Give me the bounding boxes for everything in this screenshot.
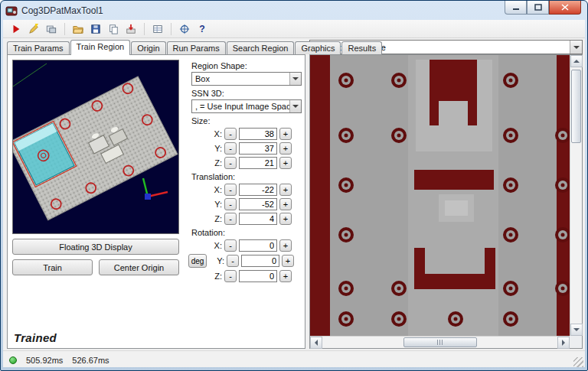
translation-z-plus-button[interactable]: + xyxy=(279,213,292,225)
size-y-input[interactable] xyxy=(239,142,277,155)
rotation-label: Rotation: xyxy=(191,228,305,237)
scroll-up-button[interactable] xyxy=(570,55,583,67)
scroll-down-button[interactable] xyxy=(570,324,583,336)
axis-z-label: Z: xyxy=(211,158,222,168)
tabstrip: Train Params Train Region Origin Run Par… xyxy=(7,40,383,54)
size-x-minus-button[interactable]: - xyxy=(224,128,237,140)
scroll-right-button[interactable] xyxy=(557,337,570,349)
axis-z-label: Z: xyxy=(211,272,222,281)
results-table-icon[interactable] xyxy=(151,22,165,36)
size-z-input[interactable] xyxy=(239,157,277,169)
axis-x-label: X: xyxy=(211,129,222,138)
axis-z-label: Z: xyxy=(211,214,222,223)
close-button[interactable] xyxy=(549,1,581,15)
minimize-icon xyxy=(512,4,520,11)
resize-grip[interactable] xyxy=(573,357,583,367)
input-image-graphic xyxy=(310,55,570,336)
3d-display-view[interactable] xyxy=(12,60,179,234)
rotation-z-minus-button[interactable]: - xyxy=(224,270,237,282)
rotation-y-input[interactable] xyxy=(241,255,279,267)
translation-x-minus-button[interactable]: - xyxy=(224,184,237,196)
translation-y-input[interactable] xyxy=(239,198,277,210)
floating-3d-display-button[interactable]: Floating 3D Display xyxy=(12,239,179,255)
scrollbar-corner xyxy=(570,336,582,348)
tab-origin[interactable]: Origin xyxy=(131,41,165,54)
rotation-y-minus-button[interactable]: - xyxy=(227,255,239,267)
chevron-down-icon[interactable] xyxy=(570,41,582,54)
region-shape-combobox[interactable]: Box xyxy=(191,72,302,86)
translation-z-minus-button[interactable]: - xyxy=(224,213,237,225)
window-controls xyxy=(505,1,581,15)
copy-icon[interactable] xyxy=(106,22,120,36)
scroll-left-button[interactable] xyxy=(310,337,322,349)
maximize-icon xyxy=(534,4,542,11)
tool-edit-icon[interactable] xyxy=(44,22,58,36)
translation-z-input[interactable] xyxy=(239,213,277,225)
tab-results[interactable]: Results xyxy=(341,41,382,54)
run-icon[interactable] xyxy=(9,22,23,36)
horizontal-scrollbar-thumb[interactable] xyxy=(403,337,477,347)
app-window: Cog3DPatMaxTool1 xyxy=(0,0,588,371)
tab-train-region[interactable]: Train Region xyxy=(70,40,131,55)
status-time-2: 526.67ms xyxy=(72,356,109,365)
train-region-page: Floating 3D Display Train Center Origin … xyxy=(7,54,305,349)
rotation-x-minus-button[interactable]: - xyxy=(224,239,237,252)
size-x-plus-button[interactable]: + xyxy=(279,128,292,140)
import-icon[interactable] xyxy=(124,22,138,36)
horizontal-scrollbar[interactable] xyxy=(310,336,570,348)
trained-status-text: Trained xyxy=(14,331,57,344)
ssn3d-combobox[interactable]: , = Use Input Image Space xyxy=(191,99,302,113)
axis-y-label: Y: xyxy=(211,200,222,209)
rotation-z-input[interactable] xyxy=(239,270,277,282)
translation-y-row: Y: - + xyxy=(185,198,305,210)
train-icon[interactable] xyxy=(27,22,41,36)
rotation-z-plus-button[interactable]: + xyxy=(279,270,292,282)
rotation-y-row: deg Y: - + xyxy=(185,254,305,268)
help-icon[interactable]: ? xyxy=(195,22,209,36)
rotation-z-row: Z: - + xyxy=(185,270,305,282)
rotation-x-input[interactable] xyxy=(239,239,277,252)
axis-x-label: X: xyxy=(211,241,222,250)
maximize-button[interactable] xyxy=(527,1,549,15)
chevron-down-icon[interactable] xyxy=(289,73,301,85)
train-button[interactable]: Train xyxy=(12,259,93,275)
toolbar-separator xyxy=(144,23,145,35)
size-z-plus-button[interactable]: + xyxy=(279,157,292,169)
tab-graphics[interactable]: Graphics xyxy=(295,41,341,54)
translation-x-row: X: - + xyxy=(185,184,305,196)
center-origin-button[interactable]: Center Origin xyxy=(99,259,179,275)
tab-run-params[interactable]: Run Params xyxy=(167,41,226,54)
3d-scene-graphic xyxy=(13,60,178,233)
translation-y-minus-button[interactable]: - xyxy=(224,198,237,210)
status-bar: 505.92ms 526.67ms xyxy=(3,350,585,367)
size-x-input[interactable] xyxy=(239,128,277,140)
input-image-view[interactable] xyxy=(309,54,583,349)
axis-x-label: X: xyxy=(211,185,222,194)
size-y-row: Y: - + xyxy=(185,142,305,155)
translation-x-plus-button[interactable]: + xyxy=(279,184,292,196)
minimize-button[interactable] xyxy=(505,1,527,15)
size-z-minus-button[interactable]: - xyxy=(224,157,237,169)
size-y-plus-button[interactable]: + xyxy=(279,142,292,155)
deg-toggle-button[interactable]: deg xyxy=(188,254,207,268)
tab-train-params[interactable]: Train Params xyxy=(7,41,70,54)
region-shape-value: Box xyxy=(195,74,210,83)
region-form: Region Shape: Box SSN 3D: , = Use Input … xyxy=(185,58,305,285)
translation-x-input[interactable] xyxy=(239,184,277,196)
open-icon[interactable] xyxy=(71,22,85,36)
rotation-x-plus-button[interactable]: + xyxy=(279,239,292,252)
thumb-grip-icon xyxy=(437,340,444,345)
save-icon[interactable] xyxy=(89,22,103,36)
position-tool-icon[interactable] xyxy=(178,22,191,36)
rotation-y-plus-button[interactable]: + xyxy=(282,255,294,267)
vertical-scrollbar[interactable] xyxy=(570,55,582,336)
ssn3d-label: SSN 3D: xyxy=(191,89,305,98)
ssn3d-value: , = Use Input Image Space xyxy=(195,102,296,111)
region-shape-label: Region Shape: xyxy=(191,61,305,70)
size-y-minus-button[interactable]: - xyxy=(224,142,237,155)
vertical-scrollbar-thumb[interactable] xyxy=(571,70,581,143)
translation-y-plus-button[interactable]: + xyxy=(279,198,292,210)
chevron-down-icon[interactable] xyxy=(289,100,301,112)
tab-search-region[interactable]: Search Region xyxy=(227,41,295,54)
titlebar[interactable]: Cog3DPatMaxTool1 xyxy=(1,1,587,20)
